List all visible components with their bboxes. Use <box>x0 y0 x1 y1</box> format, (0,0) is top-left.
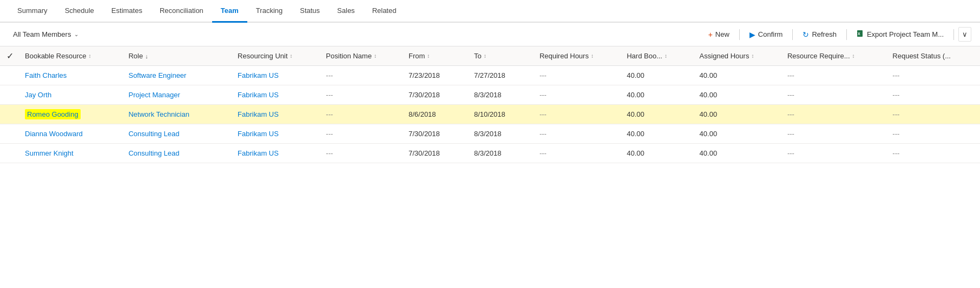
plus-icon: + <box>708 30 713 39</box>
resourcing-unit-cell[interactable]: Fabrikam US <box>232 85 320 105</box>
nav-tab-schedule[interactable]: Schedule <box>56 0 103 23</box>
col-position-name[interactable]: Position Name ↕ <box>320 46 403 66</box>
resourcing-unit-cell[interactable]: Fabrikam US <box>232 105 320 124</box>
to-cell: 8/3/2018 <box>469 144 534 163</box>
checkbox-header-cell: ✓ <box>0 46 19 66</box>
role-cell[interactable]: Consulting Lead <box>123 144 232 163</box>
filter-dropdown[interactable]: All Team Members ⌄ <box>9 28 83 41</box>
col-role[interactable]: Role ↓ <box>123 46 232 66</box>
col-hard-boo[interactable]: Hard Boo... ↕ <box>621 46 694 66</box>
nav-tab-summary[interactable]: Summary <box>9 0 56 23</box>
request-status-cell: --- <box>887 124 980 144</box>
confirm-icon: ▶ <box>749 30 755 39</box>
role-cell[interactable]: Consulting Lead <box>123 124 232 144</box>
role-link[interactable]: Consulting Lead <box>128 149 179 157</box>
role-cell[interactable]: Software Engineer <box>123 66 232 85</box>
role-cell[interactable]: Network Technician <box>123 105 232 124</box>
export-button[interactable]: X Export Project Team M... <box>851 27 949 42</box>
more-button[interactable]: ∨ <box>958 27 971 42</box>
bookable-resource-link[interactable]: Dianna Woodward <box>25 130 83 138</box>
row-checkbox-cell[interactable] <box>0 66 19 85</box>
to-cell: 7/27/2018 <box>469 66 534 85</box>
resourcing-unit-link[interactable]: Fabrikam US <box>238 110 279 118</box>
row-checkbox-cell[interactable] <box>0 105 19 124</box>
col-resourcing-unit[interactable]: Resourcing Unit ↕ <box>232 46 320 66</box>
row-checkbox-cell[interactable] <box>0 85 19 105</box>
divider4 <box>953 29 954 40</box>
bookable-resource-cell[interactable]: Jay Orth <box>19 85 123 105</box>
resourcing-unit-link[interactable]: Fabrikam US <box>238 71 279 79</box>
sort-icon-to: ↕ <box>484 53 486 59</box>
sort-icon-required: ↕ <box>591 53 594 59</box>
row-checkbox-cell[interactable] <box>0 124 19 144</box>
nav-tab-status[interactable]: Status <box>291 0 328 23</box>
divider <box>739 29 740 40</box>
nav-tab-related[interactable]: Related <box>364 0 405 23</box>
divider3 <box>846 29 847 40</box>
resource-require-cell: --- <box>782 105 887 124</box>
resourcing-unit-link[interactable]: Fabrikam US <box>238 130 279 138</box>
col-resource-require[interactable]: Resource Require... ↕ <box>782 46 887 66</box>
confirm-button[interactable]: ▶ Confirm <box>744 28 788 42</box>
from-cell: 8/6/2018 <box>403 105 469 124</box>
nav-tab-team[interactable]: Team <box>212 0 247 23</box>
nav-tab-estimates[interactable]: Estimates <box>103 0 151 23</box>
hard-boo-cell: 40.00 <box>621 85 694 105</box>
bookable-resource-cell[interactable]: Faith Charles <box>19 66 123 85</box>
col-to[interactable]: To ↕ <box>469 46 534 66</box>
sort-icon-resourcing: ↕ <box>290 53 293 59</box>
resourcing-unit-cell[interactable]: Fabrikam US <box>232 124 320 144</box>
nav-tabs: SummaryScheduleEstimatesReconciliationTe… <box>0 0 980 23</box>
role-link[interactable]: Software Engineer <box>128 71 186 79</box>
bookable-resource-link[interactable]: Romeo Gooding <box>25 109 81 119</box>
col-bookable-resource[interactable]: Bookable Resource ↕ <box>19 46 123 66</box>
bookable-resource-cell[interactable]: Romeo Gooding <box>19 105 123 124</box>
required-hours-cell: --- <box>534 66 621 85</box>
nav-tab-sales[interactable]: Sales <box>328 0 364 23</box>
role-link[interactable]: Consulting Lead <box>128 130 179 138</box>
col-from[interactable]: From ↕ <box>403 46 469 66</box>
sort-icon-bookable: ↕ <box>88 53 91 59</box>
bookable-resource-cell[interactable]: Dianna Woodward <box>19 124 123 144</box>
svg-text:X: X <box>858 32 860 36</box>
role-link[interactable]: Network Technician <box>128 110 189 118</box>
assigned-hours-cell: 40.00 <box>694 124 782 144</box>
refresh-button[interactable]: ↻ Refresh <box>797 28 842 42</box>
request-status-cell: --- <box>887 66 980 85</box>
row-checkbox-cell[interactable] <box>0 144 19 163</box>
col-required-hours[interactable]: Required Hours ↕ <box>534 46 621 66</box>
resourcing-unit-link[interactable]: Fabrikam US <box>238 91 279 99</box>
filter-label: All Team Members <box>13 30 71 38</box>
position-name-cell: --- <box>320 144 403 163</box>
hard-boo-cell: 40.00 <box>621 144 694 163</box>
bookable-resource-link[interactable]: Faith Charles <box>25 71 67 79</box>
from-cell: 7/23/2018 <box>403 66 469 85</box>
bookable-resource-link[interactable]: Jay Orth <box>25 91 51 99</box>
resource-require-cell: --- <box>782 85 887 105</box>
nav-tab-reconciliation[interactable]: Reconciliation <box>151 0 212 23</box>
nav-tab-tracking[interactable]: Tracking <box>247 0 291 23</box>
assigned-hours-cell: 40.00 <box>694 105 782 124</box>
sort-icon-hardboo: ↕ <box>665 53 667 59</box>
bookable-resource-link[interactable]: Summer Knight <box>25 149 74 157</box>
app-container: SummaryScheduleEstimatesReconciliationTe… <box>0 0 980 288</box>
select-all-checkbox[interactable]: ✓ <box>6 51 14 61</box>
bookable-resource-cell[interactable]: Summer Knight <box>19 144 123 163</box>
new-button[interactable]: + New <box>703 28 735 42</box>
resourcing-unit-cell[interactable]: Fabrikam US <box>232 66 320 85</box>
table-row: Summer KnightConsulting LeadFabrikam US-… <box>0 144 980 163</box>
hard-boo-cell: 40.00 <box>621 66 694 85</box>
hard-boo-cell: 40.00 <box>621 124 694 144</box>
col-assigned-hours[interactable]: Assigned Hours ↕ <box>694 46 782 66</box>
table-row: Jay OrthProject ManagerFabrikam US---7/3… <box>0 85 980 105</box>
position-name-cell: --- <box>320 85 403 105</box>
resourcing-unit-cell[interactable]: Fabrikam US <box>232 144 320 163</box>
assigned-hours-cell: 40.00 <box>694 144 782 163</box>
team-table: ✓ Bookable Resource ↕ Role ↓ <box>0 46 980 163</box>
role-link[interactable]: Project Manager <box>128 91 180 99</box>
col-request-status[interactable]: Request Status (... <box>887 46 980 66</box>
role-cell[interactable]: Project Manager <box>123 85 232 105</box>
toolbar: All Team Members ⌄ + New ▶ Confirm ↻ Ref… <box>0 23 980 46</box>
resourcing-unit-link[interactable]: Fabrikam US <box>238 149 279 157</box>
to-cell: 8/3/2018 <box>469 124 534 144</box>
